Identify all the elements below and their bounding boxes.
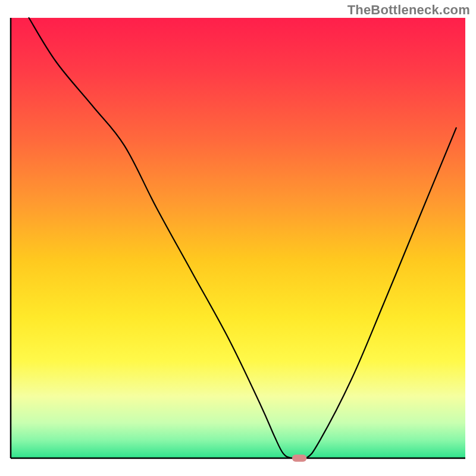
optimal-point-marker — [292, 455, 306, 462]
watermark-text: TheBottleneck.com — [347, 2, 470, 18]
bottleneck-chart — [0, 0, 476, 476]
plot-background — [11, 18, 465, 458]
